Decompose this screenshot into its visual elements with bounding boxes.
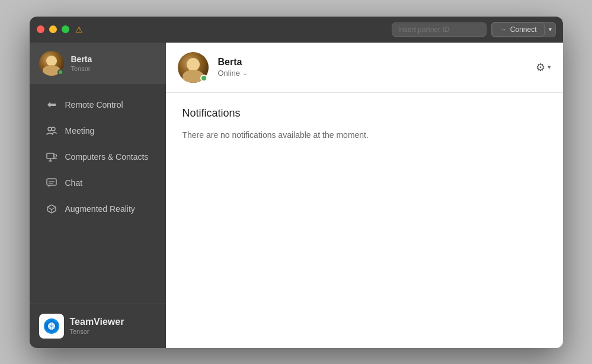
online-status-dot — [57, 69, 63, 75]
sidebar-item-augmented-reality[interactable]: Augmented Reality — [34, 197, 161, 221]
sidebar-label-remote-control: Remote Control — [65, 100, 123, 109]
minimize-button[interactable] — [49, 25, 57, 33]
content-status: Online ⌄ — [218, 69, 248, 78]
svg-point-1 — [52, 127, 55, 131]
connect-button-wrapper: → Connect ▾ — [491, 22, 556, 37]
user-info: Berta Tensor — [71, 54, 92, 72]
sidebar-footer: TeamViewer Tensor — [30, 304, 166, 348]
traffic-lights — [37, 25, 69, 33]
titlebar-right: → Connect ▾ — [392, 22, 556, 37]
close-button[interactable] — [37, 25, 44, 33]
warning-icon: ⚠ — [75, 25, 83, 34]
svg-point-0 — [48, 127, 52, 131]
sidebar-item-remote-control[interactable]: Remote Control — [34, 92, 161, 117]
brand-sub: Tensor — [70, 328, 124, 335]
brand-bold: Team — [70, 317, 94, 327]
sidebar-item-meeting[interactable]: Meeting — [34, 118, 161, 143]
maximize-button[interactable] — [62, 25, 69, 33]
gear-icon: ⚙ — [536, 61, 545, 74]
connect-button[interactable]: → Connect — [492, 22, 545, 37]
brand-name: TeamViewer — [70, 317, 124, 327]
status-chevron-icon[interactable]: ⌄ — [242, 69, 248, 77]
teamviewer-text: TeamViewer Tensor — [70, 317, 124, 335]
svg-rect-2 — [47, 153, 54, 159]
content-user-name: Berta — [218, 57, 248, 67]
sidebar-item-computers-contacts[interactable]: Computers & Contacts — [34, 144, 161, 169]
notifications-section: Notifications There are no notifications… — [166, 93, 563, 348]
app-window: ⚠ → Connect ▾ Berta — [30, 17, 563, 348]
connect-arrow-icon: → — [500, 25, 507, 34]
augmented-reality-icon — [45, 202, 58, 215]
content-avatar-wrapper — [178, 52, 209, 83]
sidebar-item-chat[interactable]: Chat — [34, 170, 161, 195]
remote-control-icon — [45, 98, 58, 111]
content-online-dot — [200, 75, 207, 82]
connect-label: Connect — [510, 25, 537, 34]
sidebar-label-computers-contacts: Computers & Contacts — [65, 152, 149, 162]
content-header: Berta Online ⌄ ⚙ ▾ — [166, 43, 563, 93]
connect-dropdown-chevron[interactable]: ▾ — [545, 24, 555, 35]
nav-items: Remote Control Meeting — [30, 84, 166, 304]
sidebar-user-name: Berta — [71, 54, 92, 64]
sidebar-label-chat: Chat — [65, 178, 83, 188]
avatar-wrapper — [39, 51, 64, 76]
brand-normal: Viewer — [94, 317, 124, 327]
notifications-title: Notifications — [183, 107, 546, 120]
sidebar: Berta Tensor Remote Control — [30, 43, 166, 348]
sidebar-label-meeting: Meeting — [65, 126, 95, 136]
status-text: Online — [218, 69, 241, 78]
sidebar-user-org: Tensor — [71, 65, 92, 72]
chat-icon — [45, 176, 58, 189]
teamviewer-logo: TeamViewer Tensor — [39, 314, 156, 339]
sidebar-label-augmented-reality: Augmented Reality — [65, 204, 135, 214]
settings-chevron-icon: ▾ — [548, 63, 551, 71]
partner-id-input[interactable] — [392, 22, 487, 37]
notifications-empty-message: There are no notifications available at … — [183, 129, 546, 141]
main-content: Berta Tensor Remote Control — [30, 43, 563, 348]
settings-button[interactable]: ⚙ ▾ — [536, 61, 551, 74]
titlebar: ⚠ → Connect ▾ — [30, 17, 563, 43]
content-user-info: Berta Online ⌄ — [218, 57, 248, 78]
meeting-icon — [45, 124, 58, 137]
content-area: Berta Online ⌄ ⚙ ▾ Notifications There a… — [166, 43, 563, 348]
user-profile[interactable]: Berta Tensor — [30, 43, 166, 84]
computers-contacts-icon — [45, 150, 58, 163]
teamviewer-icon — [39, 314, 64, 339]
